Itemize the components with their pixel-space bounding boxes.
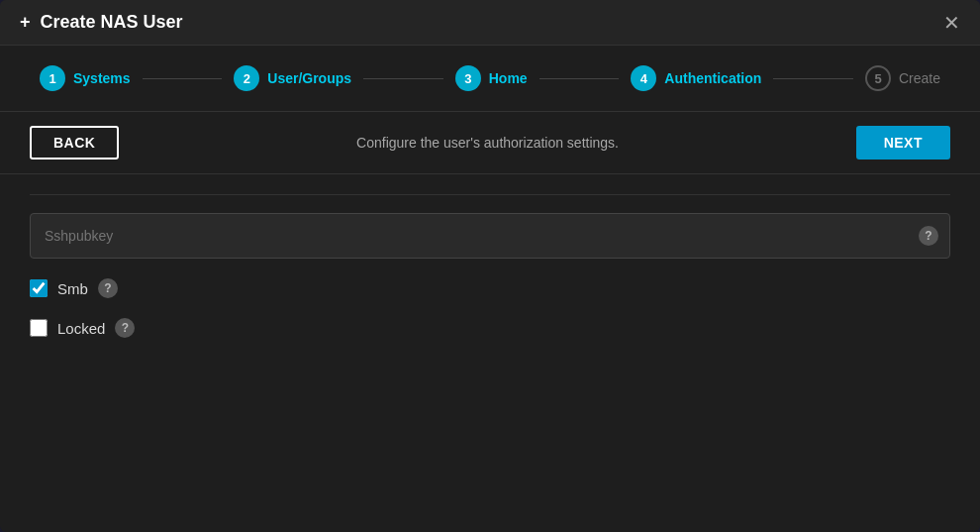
plus-icon: + — [20, 12, 31, 33]
next-button[interactable]: NEXT — [856, 126, 950, 160]
sshpubkey-help-icon[interactable]: ? — [919, 226, 938, 246]
smb-row: Smb ? — [30, 278, 950, 298]
create-nas-user-modal: + Create NAS User ✕ 1 Systems 2 User/Gro… — [0, 0, 980, 532]
form-content: ? Smb ? Locked ? — [0, 174, 980, 532]
step-1: 1 Systems — [40, 65, 131, 91]
modal-title: Create NAS User — [41, 12, 183, 33]
step-3-circle: 3 — [455, 65, 481, 91]
locked-checkbox[interactable] — [30, 319, 48, 337]
sshpubkey-input[interactable] — [30, 213, 950, 259]
step-4-label: Authentication — [664, 70, 761, 86]
step-5: 5 Create — [865, 65, 940, 91]
step-2-label: User/Groups — [267, 70, 351, 86]
sshpubkey-wrapper: ? — [30, 213, 950, 259]
top-divider — [30, 194, 950, 195]
step-4-circle: 4 — [631, 65, 656, 91]
close-button[interactable]: ✕ — [943, 13, 960, 33]
step-line-3 — [539, 78, 620, 79]
sshpubkey-row: ? — [30, 213, 950, 259]
step-5-circle: 5 — [865, 65, 891, 91]
step-5-label: Create — [899, 70, 940, 86]
stepper: 1 Systems 2 User/Groups 3 Home 4 Authent… — [0, 46, 980, 112]
modal-header: + Create NAS User ✕ — [0, 0, 980, 46]
smb-help-icon[interactable]: ? — [98, 278, 118, 298]
step-2: 2 User/Groups — [234, 65, 351, 91]
step-2-circle: 2 — [234, 65, 259, 91]
step-line-1 — [143, 78, 223, 79]
step-4: 4 Authentication — [631, 65, 761, 91]
header-left: + Create NAS User — [20, 12, 183, 33]
locked-help-icon[interactable]: ? — [115, 318, 135, 338]
step-1-circle: 1 — [40, 65, 65, 91]
step-line-4 — [773, 78, 853, 79]
smb-checkbox[interactable] — [30, 279, 48, 297]
back-button[interactable]: BACK — [30, 126, 119, 160]
toolbar-description: Configure the user's authorization setti… — [119, 135, 855, 151]
locked-label: Locked — [57, 320, 105, 337]
toolbar: BACK Configure the user's authorization … — [0, 112, 980, 174]
locked-row: Locked ? — [30, 318, 950, 338]
step-line-2 — [363, 78, 443, 79]
step-3-label: Home — [489, 70, 528, 86]
smb-label: Smb — [57, 280, 88, 297]
step-3: 3 Home — [455, 65, 528, 91]
step-1-label: Systems — [73, 70, 131, 86]
